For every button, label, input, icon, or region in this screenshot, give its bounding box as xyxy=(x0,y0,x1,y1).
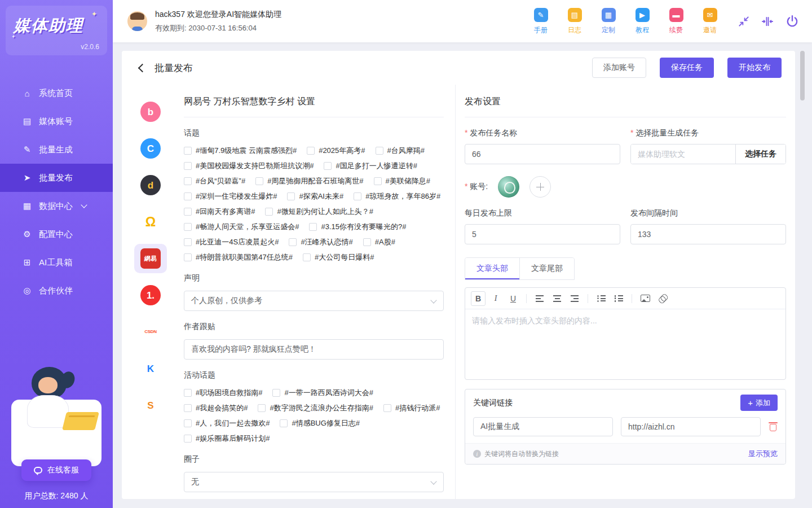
unordered-list-icon[interactable] xyxy=(594,291,608,306)
activity-topic-item[interactable]: #数字游民之流浪办公生存指南# xyxy=(258,403,373,413)
activity-topic-item[interactable]: #职场困境自救指南# xyxy=(184,388,262,398)
topic-item[interactable]: #特朗普就职美国第47任总统# xyxy=(184,252,293,262)
header-action-manual[interactable]: ✎ 手册 xyxy=(532,8,549,35)
user-avatar[interactable] xyxy=(127,11,147,31)
article-tab-article-header[interactable]: 文章头部 xyxy=(465,258,519,279)
header-action-tutorial[interactable]: ▶ 教程 xyxy=(634,8,651,35)
topic-checkbox[interactable] xyxy=(265,208,273,216)
daily-limit-input[interactable] xyxy=(465,224,620,244)
topic-checkbox[interactable] xyxy=(184,192,192,200)
topic-checkbox[interactable] xyxy=(354,192,361,200)
align-center-icon[interactable] xyxy=(550,291,564,306)
keyword-input[interactable] xyxy=(473,417,613,436)
add-account-button[interactable]: 添加账号 xyxy=(592,58,646,78)
platform-icon-wangyihao[interactable]: 網易 xyxy=(134,244,167,273)
platform-icon-chejiahao[interactable]: C xyxy=(134,134,167,163)
platform-icon-kuaichuanhao[interactable]: K xyxy=(134,354,167,383)
insert-link-icon[interactable] xyxy=(655,291,670,306)
align-right-icon[interactable] xyxy=(567,291,582,306)
author-reply-input[interactable] xyxy=(184,339,444,360)
sidebar-item-home[interactable]: ⌂ 系统首页 xyxy=(0,79,113,107)
scrollbar-thumb[interactable] xyxy=(800,51,805,100)
activity-topic-item[interactable]: #情感BUG修复日志# xyxy=(280,418,360,428)
topic-checkbox[interactable] xyxy=(184,223,192,231)
sidebar-item-batch-publish[interactable]: ➤ 批量发布 xyxy=(0,164,113,192)
topic-checkbox[interactable] xyxy=(324,162,332,170)
topic-item[interactable]: #美联储降息# xyxy=(374,176,430,186)
sidebar-item-ai-toolbox[interactable]: ⊞ AI工具箱 xyxy=(0,248,113,277)
ordered-list-icon[interactable] xyxy=(611,291,626,306)
platform-icon-bilibili[interactable]: b xyxy=(134,97,167,126)
platform-icon-souhuhao[interactable]: S xyxy=(134,391,167,420)
start-publish-button[interactable]: 开始发布 xyxy=(727,58,782,78)
task-name-input[interactable] xyxy=(465,144,620,164)
topic-checkbox[interactable] xyxy=(289,238,297,246)
activity-topic-item[interactable]: #我超会搞笑的# xyxy=(184,403,248,413)
interval-input[interactable] xyxy=(630,224,786,244)
topic-item[interactable]: #台风“贝碧嘉”# xyxy=(184,176,245,186)
topic-item[interactable]: #回南天有多离谱# xyxy=(184,207,255,217)
topic-item[interactable]: #汪峰承认恋情# xyxy=(289,237,352,247)
topic-checkbox[interactable] xyxy=(309,223,317,231)
sidebar-item-partners[interactable]: ◎ 合作伙伴 xyxy=(0,277,113,305)
keyword-url-input[interactable] xyxy=(621,417,761,436)
topic-checkbox[interactable] xyxy=(184,177,192,185)
topic-checkbox[interactable] xyxy=(184,147,192,155)
select-task-button[interactable]: 选择任务 xyxy=(735,144,785,164)
show-preview-link[interactable]: 显示预览 xyxy=(748,449,778,459)
insert-image-icon[interactable] xyxy=(638,291,652,306)
topic-item[interactable]: #畅游人间天堂，乐享亚运盛会# xyxy=(184,222,299,232)
delete-keyword-icon[interactable] xyxy=(769,422,778,432)
bold-icon[interactable]: B xyxy=(471,291,486,306)
platform-icon-csdn[interactable]: CSDN xyxy=(134,317,167,347)
account-avatar[interactable] xyxy=(498,176,519,198)
editor-content-area[interactable]: 请输入发布时插入文章头部的内容... xyxy=(465,309,785,379)
topic-item[interactable]: #国足多打一人惨遭逆转# xyxy=(324,161,417,171)
online-service-button[interactable]: 在线客服 xyxy=(21,459,91,481)
activity-topic-item[interactable]: #人，我们一起去撒欢# xyxy=(184,418,270,428)
add-account-plus-button[interactable] xyxy=(529,176,551,198)
activity-topic-item[interactable]: #搞钱行动派# xyxy=(383,403,440,413)
topic-item[interactable]: #周星驰御用配音石班瑜离世# xyxy=(255,176,363,186)
platform-icon-dayuhao[interactable]: d xyxy=(134,170,167,200)
platform-icon-yidianzixun[interactable]: 1. xyxy=(134,281,167,310)
topic-checkbox[interactable] xyxy=(184,162,192,170)
topic-checkbox[interactable] xyxy=(184,238,192,246)
activity-topic-checkbox[interactable] xyxy=(184,404,192,412)
topic-item[interactable]: #深圳一住宅楼发生爆炸# xyxy=(184,191,277,202)
topic-checkbox[interactable] xyxy=(374,177,382,185)
sidebar-item-media-accounts[interactable]: ▤ 媒体账号 xyxy=(0,107,113,135)
activity-topic-checkbox[interactable] xyxy=(383,404,391,412)
select-task-input[interactable] xyxy=(631,144,735,164)
save-task-button[interactable]: 保存任务 xyxy=(660,58,714,78)
topic-checkbox[interactable] xyxy=(376,147,383,155)
article-tab-article-footer[interactable]: 文章尾部 xyxy=(519,258,574,279)
topic-item[interactable]: #微短剧为何让人如此上头？# xyxy=(265,207,373,217)
topic-item[interactable]: #比亚迪一4S店凌晨起火# xyxy=(184,237,279,247)
topic-checkbox[interactable] xyxy=(363,238,371,246)
topic-checkbox[interactable] xyxy=(184,253,192,261)
topic-item[interactable]: #3.15你有没有要曝光的?# xyxy=(309,222,406,232)
activity-topic-checkbox[interactable] xyxy=(184,435,192,443)
activity-topic-checkbox[interactable] xyxy=(280,419,288,427)
activity-topic-checkbox[interactable] xyxy=(184,389,192,397)
activity-topic-checkbox[interactable] xyxy=(258,404,266,412)
align-left-icon[interactable] xyxy=(532,291,547,306)
activity-topic-checkbox[interactable] xyxy=(272,389,280,397)
topic-item[interactable]: #美国校园爆发支持巴勒斯坦抗议潮# xyxy=(184,161,314,171)
platform-icon-dafenghao[interactable]: Ω xyxy=(134,207,167,237)
underline-icon[interactable]: U xyxy=(506,291,520,306)
topic-item[interactable]: #大公司每日爆料# xyxy=(303,252,374,262)
activity-topic-item[interactable]: #一带一路西凤酒诗词大会# xyxy=(272,388,373,398)
topic-checkbox[interactable] xyxy=(307,147,315,155)
sidebar-item-data-center[interactable]: ▦ 数据中心 xyxy=(0,192,113,220)
topic-item[interactable]: #A股# xyxy=(363,237,395,247)
topic-checkbox[interactable] xyxy=(303,253,311,261)
topic-item[interactable]: #探索AI未来# xyxy=(287,191,343,202)
topic-item[interactable]: #琼瑶身故，享年86岁# xyxy=(354,191,440,202)
collapse-window-icon[interactable] xyxy=(738,15,750,28)
back-button[interactable] xyxy=(135,62,148,74)
statement-select[interactable]: 个人原创，仅供参考 xyxy=(184,291,444,311)
activity-topic-checkbox[interactable] xyxy=(184,419,192,427)
header-action-custom[interactable]: ▦ 定制 xyxy=(600,8,617,35)
